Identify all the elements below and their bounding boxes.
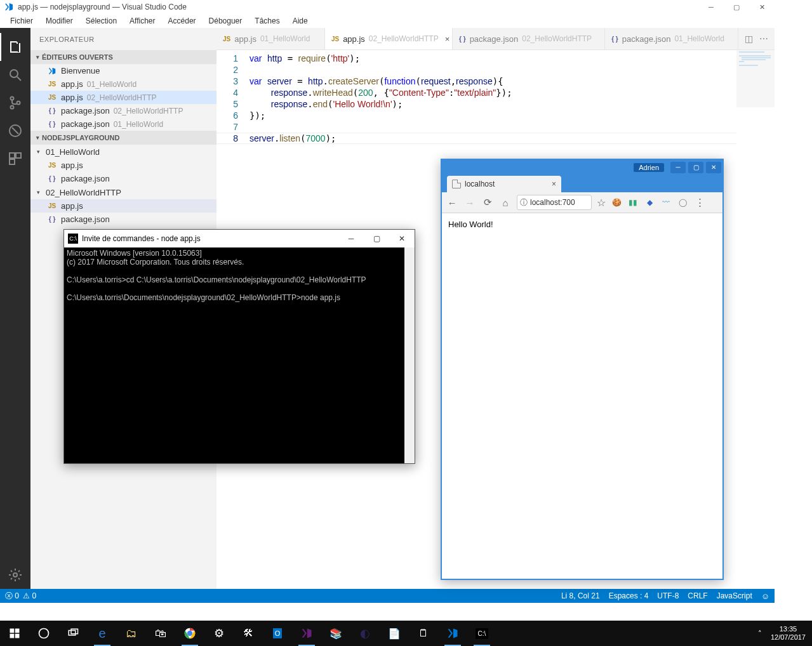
menu-edit[interactable]: Modifier (39, 15, 79, 27)
activity-scm[interactable] (0, 89, 30, 117)
status-lang[interactable]: JavaScript (717, 591, 752, 600)
close-button[interactable]: ✕ (749, 0, 775, 14)
taskbar-vscode[interactable] (438, 621, 467, 646)
workspace-header[interactable]: ▾NODEJSPLAYGROUND (30, 131, 216, 145)
folder-02[interactable]: ▾02_HelloWorldHTTP (30, 185, 216, 199)
menu-file[interactable]: Fichier (4, 15, 39, 27)
chrome-toolbar: ← → ⟳ ⌂ ⓘ localhost:700 ☆ 🍪 ▮▮ ◆ 〰 ◯ ⋮ (442, 192, 722, 213)
taskbar-app[interactable]: 🛠 (234, 621, 263, 646)
start-button[interactable] (0, 621, 29, 646)
chrome-frame-top[interactable]: Adrien ─ ▢ ✕ (442, 160, 722, 175)
taskbar-app[interactable]: 📚 (321, 621, 350, 646)
status-warnings[interactable]: ⚠ 0 (23, 591, 36, 600)
status-eol[interactable]: CRLF (688, 591, 707, 600)
reload-icon[interactable]: ⟳ (481, 196, 494, 209)
file-item[interactable]: { } package.json (30, 213, 216, 226)
file-item[interactable]: JS app.js (30, 159, 216, 172)
vscode-icon (4, 2, 14, 12)
taskbar-store[interactable]: 🛍 (146, 621, 175, 646)
taskbar-edge[interactable]: e (88, 621, 117, 646)
taskbar-eclipse[interactable]: ◐ (350, 621, 380, 646)
menu-debug[interactable]: Déboguer (203, 15, 249, 27)
taskbar-vs[interactable] (292, 621, 321, 646)
cortana-button[interactable] (29, 621, 58, 646)
feedback-icon[interactable]: ☺ (761, 591, 769, 601)
activity-extensions[interactable] (0, 145, 30, 173)
tray-overflow-icon[interactable]: ˄ (758, 630, 762, 638)
chrome-profile[interactable]: Adrien (634, 163, 664, 172)
file-item[interactable]: { } package.json (30, 172, 216, 185)
menu-view[interactable]: Afficher (123, 15, 161, 27)
chrome-minimize[interactable]: ─ (670, 162, 686, 173)
open-editor-welcome[interactable]: Bienvenue (30, 64, 216, 77)
activity-explorer[interactable] (0, 33, 30, 61)
menu-icon[interactable]: ⋮ (693, 196, 706, 209)
menu-selection[interactable]: Sélection (79, 15, 123, 27)
home-icon[interactable]: ⌂ (499, 196, 512, 209)
address-bar[interactable]: ⓘ localhost:700 (517, 195, 592, 210)
tab[interactable]: JS app.js 01_HelloWorld × (216, 28, 325, 49)
taskbar-chrome[interactable] (175, 621, 204, 646)
open-editor-item[interactable]: { } package.json 01_HelloWorld (30, 117, 216, 131)
task-view-button[interactable] (58, 621, 88, 646)
svg-rect-12 (15, 629, 20, 633)
site-info-icon[interactable]: ⓘ (520, 197, 528, 208)
open-editor-item[interactable]: JS app.js 01_HelloWorld (30, 77, 216, 91)
folder-01[interactable]: ▾01_HelloWorld (30, 145, 216, 159)
activity-debug[interactable] (0, 117, 30, 145)
menu-bar: Fichier Modifier Sélection Afficher Accé… (0, 14, 775, 28)
taskbar-settings[interactable]: ⚙ (204, 621, 234, 646)
taskbar-app[interactable]: 🗒 (409, 621, 438, 646)
taskbar-explorer[interactable]: 🗂 (117, 621, 146, 646)
taskbar-outlook[interactable]: O (263, 621, 292, 646)
open-editor-item[interactable]: { } package.json 02_HelloWorldHTTP (30, 104, 216, 117)
extension-icon[interactable]: 🍪 (611, 197, 622, 208)
menu-help[interactable]: Aide (286, 15, 314, 27)
chrome-tab[interactable]: localhost × (447, 176, 561, 192)
scrollbar-thumb[interactable] (405, 454, 414, 463)
extension-icon[interactable]: 〰 (660, 197, 672, 208)
maximize-button[interactable]: ▢ (724, 0, 749, 14)
cmd-minimize[interactable]: ─ (338, 230, 364, 247)
cmd-output[interactable]: Microsoft Windows [version 10.0.15063] (… (64, 247, 415, 463)
tab[interactable]: { } package.json 01_HelloWorld × (605, 28, 738, 49)
open-editors-header[interactable]: ▾ÉDITEURS OUVERTS (30, 50, 216, 64)
menu-go[interactable]: Accéder (162, 15, 203, 27)
taskbar-clock[interactable]: 13:35 12/07/2017 (767, 625, 809, 642)
cmd-title-bar[interactable]: C:\ Invite de commandes - node app.js ─ … (64, 230, 415, 247)
status-position[interactable]: Li 8, Col 21 (561, 591, 600, 600)
open-editor-item[interactable]: JS app.js 02_HelloWorldHTTP (30, 91, 216, 104)
windows-taskbar: e 🗂 🛍 ⚙ 🛠 O 📚 ◐ 📄 🗒 C:\ ˄ 13:35 12/07/20… (0, 621, 812, 646)
forward-icon[interactable]: → (463, 196, 476, 209)
more-icon[interactable]: ⋯ (759, 34, 768, 44)
file-item[interactable]: JS app.js (30, 199, 216, 213)
bookmark-icon[interactable]: ☆ (597, 197, 606, 209)
taskbar-cmd[interactable]: C:\ (467, 621, 496, 646)
extension-icon[interactable]: ◆ (644, 197, 655, 208)
chrome-maximize[interactable]: ▢ (688, 162, 703, 173)
extension-icon[interactable]: ◯ (677, 197, 688, 208)
menu-tasks[interactable]: Tâches (248, 15, 286, 27)
svg-point-3 (11, 106, 14, 109)
tab[interactable]: JS app.js 02_HelloWorldHTTP × (325, 28, 453, 49)
minimap[interactable] (736, 50, 775, 107)
activity-search[interactable] (0, 61, 30, 89)
extension-icon[interactable]: ▮▮ (627, 197, 639, 208)
cmd-maximize[interactable]: ▢ (364, 230, 389, 247)
status-indent[interactable]: Espaces : 4 (609, 591, 649, 600)
svg-point-4 (17, 102, 20, 105)
back-icon[interactable]: ← (446, 196, 458, 209)
cmd-close[interactable]: ✕ (389, 230, 415, 247)
tab[interactable]: { } package.json 02_HelloWorldHTTP × (453, 28, 605, 49)
close-icon[interactable]: × (552, 180, 556, 188)
taskbar-app[interactable]: 📄 (380, 621, 409, 646)
split-editor-icon[interactable]: ◫ (745, 34, 753, 44)
status-encoding[interactable]: UTF-8 (657, 591, 679, 600)
status-errors[interactable]: ⓧ 0 (5, 591, 19, 602)
sidebar-title: EXPLORATEUR (30, 28, 216, 50)
close-icon[interactable]: × (445, 34, 450, 44)
activity-settings[interactable] (0, 561, 30, 589)
chrome-close[interactable]: ✕ (706, 162, 721, 173)
activity-bar (0, 28, 30, 589)
minimize-button[interactable]: ─ (698, 0, 724, 14)
